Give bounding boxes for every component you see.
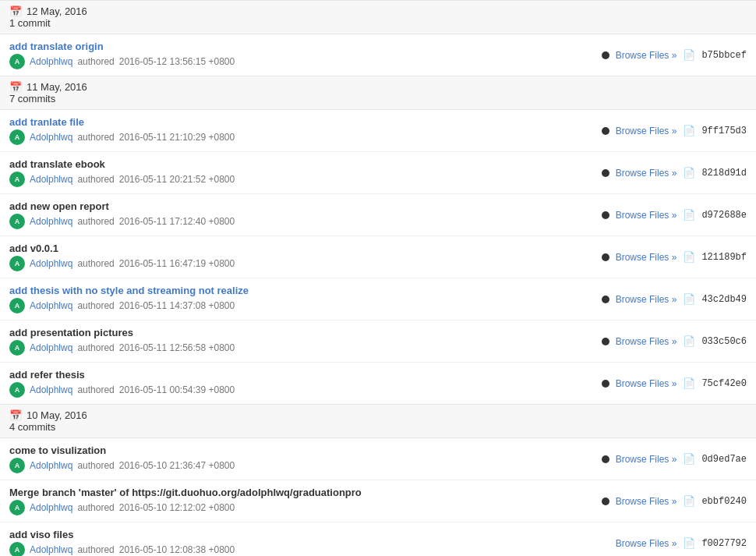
commit-title[interactable]: add thesis with no style and streaming n… [9, 285, 602, 296]
date-text: 11 May, 2016 [26, 81, 87, 93]
commit-title[interactable]: add tranlate file [9, 116, 602, 128]
commit-count: 4 commits [9, 421, 747, 433]
authored-label: authored [77, 216, 114, 227]
authored-label: authored [77, 384, 114, 395]
dot-icon [602, 380, 609, 388]
file-icon: 📄 [683, 167, 695, 179]
date-group: 📅10 May, 20164 commitscome to visulizati… [0, 404, 756, 556]
commit-right: Browse Files »📄8218d91d [602, 167, 747, 179]
browse-files-link[interactable]: Browse Files » [616, 538, 677, 549]
commit-hash[interactable]: 033c50c6 [701, 336, 747, 347]
calendar-icon: 📅 [9, 409, 22, 421]
commit-meta: AAdolphlwqauthored2016-05-11 16:47:19 +0… [9, 256, 602, 271]
commit-hash[interactable]: 121189bf [701, 252, 747, 263]
commit-title[interactable]: add translate origin [9, 41, 602, 52]
commit-timestamp: 2016-05-10 12:12:02 +0800 [119, 502, 235, 513]
commit-right: Browse Files »📄43c2db49 [602, 293, 747, 305]
authored-label: authored [77, 174, 114, 185]
browse-files-link[interactable]: Browse Files » [616, 454, 677, 465]
avatar: A [9, 214, 25, 229]
author-link[interactable]: Adolphlwq [30, 174, 72, 185]
author-link[interactable]: Adolphlwq [30, 56, 72, 67]
dot-icon [602, 51, 609, 59]
commit-right: Browse Files »📄75cf42e0 [602, 377, 747, 389]
commit-timestamp: 2016-05-10 12:08:38 +0800 [119, 544, 235, 555]
commit-title[interactable]: come to visulization [9, 444, 602, 456]
author-link[interactable]: Adolphlwq [30, 258, 72, 269]
browse-files-link[interactable]: Browse Files » [616, 210, 677, 221]
avatar: A [9, 542, 25, 556]
commit-title[interactable]: add new open report [9, 200, 602, 212]
authored-label: authored [77, 300, 114, 311]
commit-meta: AAdolphlwqauthored2016-05-11 12:56:58 +0… [9, 340, 602, 356]
commit-left: add translate originAAdolphlwqauthored20… [9, 41, 602, 69]
commit-hash[interactable]: 8218d91d [701, 168, 747, 179]
browse-files-link[interactable]: Browse Files » [616, 50, 677, 61]
browse-files-link[interactable]: Browse Files » [616, 496, 677, 507]
commit-left: add viso filesAAdolphlwqauthored2016-05-… [9, 529, 616, 556]
file-icon: 📄 [683, 251, 695, 263]
browse-files-link[interactable]: Browse Files » [616, 252, 677, 263]
commit-title[interactable]: add presentation pictures [9, 327, 602, 338]
date-group: 📅12 May, 20161 commitadd translate origi… [0, 0, 756, 76]
commit-right: Browse Files »📄0d9ed7ae [602, 453, 747, 465]
file-icon: 📄 [683, 537, 695, 549]
date-label-row: 📅10 May, 20164 commits [0, 405, 756, 438]
author-link[interactable]: Adolphlwq [30, 460, 72, 471]
commit-hash[interactable]: 9ff175d3 [701, 126, 747, 136]
commit-hash[interactable]: 0d9ed7ae [701, 454, 747, 465]
commit-title[interactable]: add v0.0.1 [9, 243, 602, 254]
dot-icon [602, 455, 609, 463]
author-link[interactable]: Adolphlwq [30, 544, 72, 555]
author-link[interactable]: Adolphlwq [30, 502, 72, 513]
commit-row: add viso filesAAdolphlwqauthored2016-05-… [0, 522, 756, 556]
authored-label: authored [77, 460, 114, 471]
browse-files-link[interactable]: Browse Files » [616, 336, 677, 347]
calendar-icon: 📅 [9, 5, 22, 17]
browse-files-link[interactable]: Browse Files » [616, 168, 677, 179]
author-link[interactable]: Adolphlwq [30, 216, 72, 227]
avatar: A [9, 172, 25, 187]
commit-timestamp: 2016-05-11 17:12:40 +0800 [119, 216, 235, 227]
commit-row: add thesis with no style and streaming n… [0, 278, 756, 320]
commit-hash[interactable]: f0027792 [701, 538, 747, 549]
browse-files-link[interactable]: Browse Files » [616, 126, 677, 136]
file-icon: 📄 [683, 377, 695, 389]
commit-left: Merge branch 'master' of https://git.duo… [9, 487, 602, 515]
commit-count: 1 commit [9, 17, 747, 29]
authored-label: authored [77, 502, 114, 513]
authored-label: authored [77, 258, 114, 269]
commit-timestamp: 2016-05-11 14:37:08 +0800 [119, 300, 235, 311]
commit-left: add refer thesisAAdolphlwqauthored2016-0… [9, 369, 602, 398]
file-icon: 📄 [683, 49, 695, 61]
commit-meta: AAdolphlwqauthored2016-05-11 00:54:39 +0… [9, 382, 602, 398]
author-link[interactable]: Adolphlwq [30, 384, 72, 395]
author-link[interactable]: Adolphlwq [30, 132, 72, 143]
commit-title[interactable]: Merge branch 'master' of https://git.duo… [9, 487, 602, 498]
commit-hash[interactable]: 43c2db49 [701, 294, 747, 305]
commit-hash[interactable]: b75bbcef [701, 50, 747, 61]
commit-meta: AAdolphlwqauthored2016-05-11 21:10:29 +0… [9, 129, 602, 145]
commit-hash[interactable]: 75cf42e0 [701, 378, 747, 389]
commit-title[interactable]: add translate ebook [9, 158, 602, 170]
browse-files-link[interactable]: Browse Files » [616, 294, 677, 305]
file-icon: 📄 [683, 495, 695, 507]
commit-count: 7 commits [9, 93, 747, 104]
commit-row: add refer thesisAAdolphlwqauthored2016-0… [0, 363, 756, 404]
date-text: 10 May, 2016 [26, 409, 87, 421]
commit-title[interactable]: add refer thesis [9, 369, 602, 381]
author-link[interactable]: Adolphlwq [30, 342, 72, 353]
author-link[interactable]: Adolphlwq [30, 300, 72, 311]
date-label-row: 📅11 May, 20167 commits [0, 76, 756, 110]
commit-row: add v0.0.1AAdolphlwqauthored2016-05-11 1… [0, 236, 756, 278]
commits-container: 📅12 May, 20161 commitadd translate origi… [0, 0, 756, 556]
authored-label: authored [77, 132, 114, 143]
file-icon: 📄 [683, 335, 695, 347]
commit-right: Browse Files »📄033c50c6 [602, 335, 747, 347]
browse-files-link[interactable]: Browse Files » [616, 378, 677, 389]
commit-title[interactable]: add viso files [9, 529, 616, 540]
commit-timestamp: 2016-05-11 16:47:19 +0800 [119, 258, 235, 269]
commit-hash[interactable]: d972688e [701, 210, 747, 221]
commit-hash[interactable]: ebbf0240 [701, 496, 747, 507]
commit-left: add thesis with no style and streaming n… [9, 285, 602, 313]
